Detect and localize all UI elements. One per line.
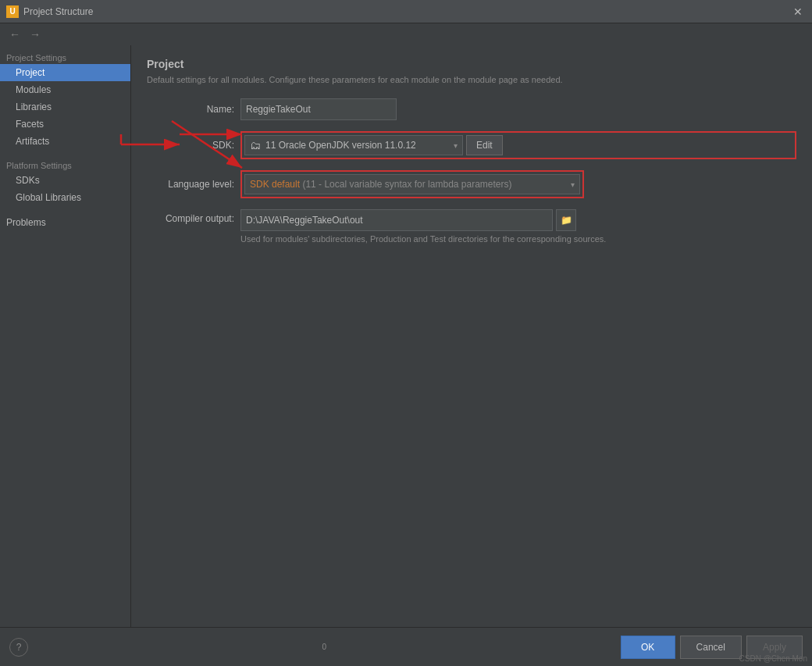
sidebar-item-sdks[interactable]: SDKs: [0, 172, 130, 189]
compiler-output-wrapper: 📁: [240, 209, 796, 231]
language-detail: (11 - Local variable syntax for lambda p…: [300, 179, 511, 190]
help-button[interactable]: ?: [9, 638, 28, 657]
sidebar-item-libraries[interactable]: Libraries: [0, 98, 130, 116]
language-level-control: SDK default (11 - Local variable syntax …: [240, 170, 796, 198]
sdk-select[interactable]: 🗂 11 Oracle OpenJDK version 11.0.12 ▾: [244, 135, 463, 155]
language-level-label: Language level:: [147, 179, 240, 190]
compiler-hint: Used for modules' subdirectories, Produc…: [240, 234, 796, 244]
sdk-dropdown-arrow: ▾: [454, 141, 458, 150]
name-label: Name:: [147, 104, 240, 115]
watermark: CSDN @Chen Mon: [739, 654, 807, 663]
language-level-row: Language level: SDK default (11 - Local …: [147, 170, 796, 198]
language-dropdown-arrow: ▾: [571, 180, 575, 189]
language-select-wrapper: SDK default (11 - Local variable syntax …: [240, 170, 584, 198]
sidebar-item-facets[interactable]: Facets: [0, 116, 130, 133]
cancel-button[interactable]: Cancel: [680, 636, 742, 659]
sidebar-item-artifacts[interactable]: Artifacts: [0, 133, 130, 150]
bottom-bar: ? 0 OK Cancel Apply: [0, 627, 812, 666]
project-settings-section-label: Project Settings: [0, 48, 130, 64]
app-icon: U: [6, 5, 19, 18]
name-row: Name:: [147, 98, 796, 120]
sidebar-item-problems[interactable]: Problems: [0, 214, 130, 231]
main-layout: Project Settings Project Modules Librari…: [0, 45, 812, 627]
compiler-output-label: Compiler output:: [147, 209, 240, 224]
folder-icon: 📁: [561, 215, 572, 226]
sdk-edit-button[interactable]: Edit: [466, 135, 503, 155]
sidebar-item-project[interactable]: Project: [0, 64, 130, 81]
content-area: Project Default settings for all modules…: [131, 45, 812, 627]
compiler-output-input[interactable]: [240, 209, 553, 231]
close-button[interactable]: ✕: [790, 4, 806, 20]
sdk-control: 🗂 11 Oracle OpenJDK version 11.0.12 ▾ Ed…: [240, 131, 796, 159]
sidebar: Project Settings Project Modules Librari…: [0, 45, 131, 627]
ok-button[interactable]: OK: [621, 636, 675, 659]
sidebar-item-modules[interactable]: Modules: [0, 81, 130, 98]
compiler-output-control: 📁 Used for modules' subdirectories, Prod…: [240, 209, 796, 244]
page-indicator: 0: [28, 643, 621, 651]
platform-settings-section-label: Platform Settings: [0, 156, 130, 172]
sidebar-item-global-libraries[interactable]: Global Libraries: [0, 189, 130, 206]
name-input[interactable]: [240, 98, 397, 120]
language-select[interactable]: SDK default (11 - Local variable syntax …: [244, 174, 580, 194]
content-title: Project: [147, 58, 796, 70]
sdk-label: SDK:: [147, 140, 240, 151]
title-bar: U Project Structure ✕: [0, 0, 812, 23]
back-arrow[interactable]: ←: [6, 27, 23, 42]
compiler-folder-button[interactable]: 📁: [556, 209, 576, 231]
name-field-wrapper: [240, 98, 796, 120]
sdk-folder-icon: 🗂: [250, 139, 261, 151]
content-description: Default settings for all modules. Config…: [147, 75, 796, 84]
forward-arrow[interactable]: →: [27, 27, 44, 42]
sdk-row-wrapper: 🗂 11 Oracle OpenJDK version 11.0.12 ▾ Ed…: [240, 131, 796, 159]
title-bar-left: U Project Structure: [6, 5, 93, 18]
sdk-default-keyword: SDK default: [250, 179, 300, 190]
window-title: Project Structure: [23, 6, 93, 17]
compiler-output-row: Compiler output: 📁 Used for modules' sub…: [147, 209, 796, 244]
nav-bar: ← →: [0, 23, 812, 45]
sdk-row: SDK: 🗂 11 Oracle OpenJDK version 11.0.12…: [147, 131, 796, 159]
sdk-select-text: 11 Oracle OpenJDK version 11.0.12: [265, 140, 451, 151]
language-select-text: SDK default (11 - Local variable syntax …: [250, 179, 571, 190]
bottom-left: ?: [9, 638, 28, 657]
